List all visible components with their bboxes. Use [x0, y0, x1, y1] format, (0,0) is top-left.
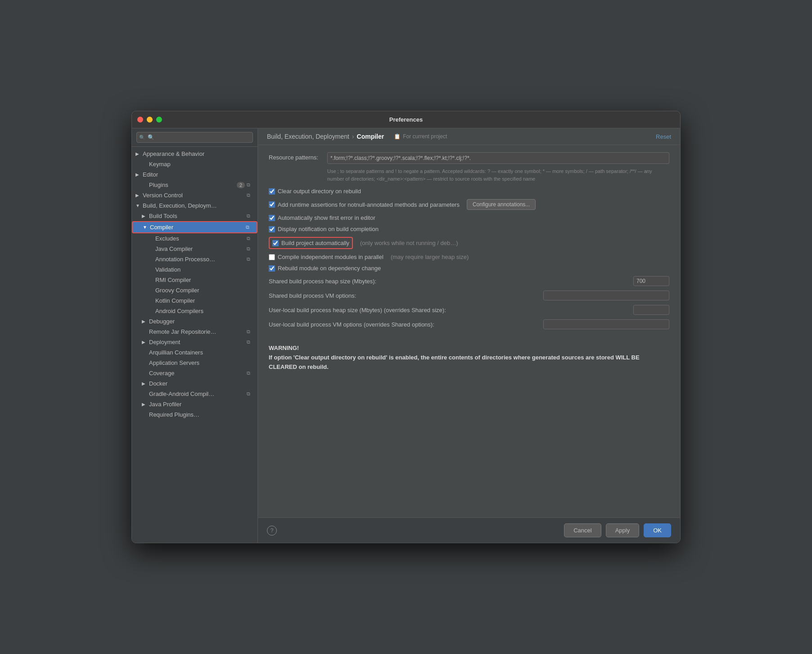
configure-annotations-button[interactable]: Configure annotations... — [467, 199, 536, 210]
sidebar-item-label: Compiler — [150, 224, 244, 231]
sidebar-item-label: Application Servers — [149, 359, 254, 366]
sidebar-item-excludes[interactable]: Excludes ⧉ — [132, 233, 257, 244]
sidebar-item-label: Arquillian Containers — [149, 349, 254, 356]
build-auto-label[interactable]: Build project automatically — [281, 240, 349, 246]
copy-icon: ⧉ — [247, 192, 254, 199]
sidebar-item-required-plugins[interactable]: Required Plugins… — [132, 409, 257, 420]
sidebar-item-docker[interactable]: ▶ Docker — [132, 378, 257, 389]
checkbox-display-notification: Display notification on build completion — [269, 226, 669, 232]
compile-parallel-checkbox[interactable] — [269, 254, 275, 260]
sidebar-item-android-compilers[interactable]: Android Compilers — [132, 306, 257, 316]
sidebar-item-label: Coverage — [149, 370, 245, 377]
sidebar-item-remote-jar[interactable]: Remote Jar Repositorie… ⧉ — [132, 327, 257, 337]
main-panel: Build, Execution, Deployment › Compiler … — [258, 128, 680, 543]
arrow-icon: ▼ — [135, 203, 142, 208]
window-title: Preferences — [389, 116, 423, 123]
sidebar-item-build-exec-deploy[interactable]: ▼ Build, Execution, Deploym… — [132, 200, 257, 211]
shared-heap-input[interactable] — [633, 276, 669, 286]
sidebar-item-deployment[interactable]: ▶ Deployment ⧉ — [132, 337, 257, 347]
maximize-button[interactable] — [156, 117, 162, 123]
sidebar-item-kotlin-compiler[interactable]: Kotlin Compiler — [132, 295, 257, 306]
sidebar-item-label: Keymap — [149, 161, 254, 168]
ok-button[interactable]: OK — [644, 523, 671, 537]
apply-button[interactable]: Apply — [606, 523, 640, 537]
show-first-error-label[interactable]: Automatically show first error in editor — [278, 214, 375, 221]
close-button[interactable] — [137, 117, 143, 123]
sidebar-item-keymap[interactable]: Keymap — [132, 159, 257, 169]
copy-icon: ⧉ — [247, 329, 254, 335]
copy-icon: ⧉ — [247, 256, 254, 263]
breadcrumb-separator: › — [352, 133, 354, 140]
build-auto-checkbox[interactable] — [272, 240, 279, 246]
sidebar-item-label: Docker — [149, 380, 254, 387]
user-vm-input[interactable] — [543, 319, 669, 329]
sidebar-item-editor[interactable]: ▶ Editor — [132, 169, 257, 180]
arrow-icon: ▶ — [142, 213, 148, 218]
cancel-button[interactable]: Cancel — [564, 523, 601, 537]
copy-icon: ⧉ — [247, 213, 254, 219]
minimize-button[interactable] — [147, 117, 153, 123]
copy-icon: ⧉ — [247, 246, 254, 252]
sidebar-item-application-servers[interactable]: Application Servers — [132, 358, 257, 368]
help-button[interactable]: ? — [267, 526, 277, 536]
sidebar-item-coverage[interactable]: Coverage ⧉ — [132, 368, 257, 378]
shared-vm-row: Shared build process VM options: — [269, 291, 669, 300]
main-content: Resource patterns: Use ; to separate pat… — [258, 145, 680, 518]
clear-output-checkbox[interactable] — [269, 188, 275, 195]
breadcrumb: Build, Execution, Deployment › Compiler … — [267, 133, 656, 140]
sidebar-item-compiler[interactable]: ▼ Compiler ⧉ — [132, 221, 257, 233]
sidebar-item-label: Groovy Compiler — [155, 287, 254, 294]
sidebar-item-label: Gradle-Android Compil… — [149, 391, 245, 397]
shared-vm-input[interactable] — [543, 291, 669, 300]
warning-body: If option 'Clear output directory on reb… — [269, 354, 640, 370]
sidebar-item-annotation-processor[interactable]: Annotation Processo… ⧉ — [132, 254, 257, 264]
search-input[interactable] — [136, 132, 253, 143]
sidebar-item-label: Java Profiler — [149, 401, 254, 408]
sidebar-item-version-control[interactable]: ▶ Version Control ⧉ — [132, 190, 257, 200]
user-heap-input[interactable] — [633, 305, 669, 315]
add-runtime-label[interactable]: Add runtime assertions for notnull-annot… — [278, 201, 460, 208]
search-wrapper — [136, 132, 253, 143]
shared-heap-label: Shared build process heap size (Mbytes): — [269, 278, 633, 285]
user-vm-label: User-local build process VM options (ove… — [269, 321, 543, 328]
sidebar-item-label: Android Compilers — [155, 308, 254, 314]
sidebar-item-java-compiler[interactable]: Java Compiler ⧉ — [132, 244, 257, 254]
rebuild-module-checkbox[interactable] — [269, 265, 275, 272]
add-runtime-checkbox[interactable] — [269, 201, 275, 208]
breadcrumb-current: Compiler — [357, 133, 384, 140]
sidebar-item-validation[interactable]: Validation — [132, 264, 257, 275]
reset-link[interactable]: Reset — [656, 133, 671, 140]
show-first-error-checkbox[interactable] — [269, 215, 275, 221]
checkbox-clear-output: Clear output directory on rebuild — [269, 188, 669, 195]
sidebar-item-label: Plugins — [149, 182, 235, 188]
traffic-lights — [137, 117, 162, 123]
sidebar-item-build-tools[interactable]: ▶ Build Tools ⧉ — [132, 211, 257, 221]
warning-text: WARNING! If option 'Clear output directo… — [269, 344, 669, 372]
rebuild-module-label[interactable]: Rebuild module on dependency change — [278, 265, 381, 272]
checkbox-show-first-error: Automatically show first error in editor — [269, 214, 669, 221]
user-vm-row: User-local build process VM options (ove… — [269, 319, 669, 329]
arrow-icon: ▶ — [142, 381, 148, 386]
sidebar-item-groovy-compiler[interactable]: Groovy Compiler — [132, 285, 257, 295]
sidebar-item-appearance-behavior[interactable]: ▶ Appearance & Behavior — [132, 149, 257, 159]
resource-patterns-input[interactable] — [327, 152, 669, 164]
sidebar-item-label: Build Tools — [149, 213, 245, 219]
sidebar-item-plugins[interactable]: Plugins 2 ⧉ — [132, 180, 257, 190]
user-heap-row: User-local build process heap size (Mbyt… — [269, 305, 669, 315]
sidebar-item-debugger[interactable]: ▶ Debugger — [132, 316, 257, 327]
display-notification-label[interactable]: Display notification on build completion — [278, 226, 379, 232]
sidebar-item-rmi-compiler[interactable]: RMI Compiler — [132, 275, 257, 285]
sidebar-item-label: RMI Compiler — [155, 277, 254, 283]
clear-output-label[interactable]: Clear output directory on rebuild — [278, 188, 361, 195]
sidebar-item-arquillian[interactable]: Arquillian Containers — [132, 347, 257, 358]
resource-patterns-row: Resource patterns: — [269, 152, 669, 164]
project-label: For current project — [403, 133, 447, 140]
sidebar-item-gradle-android[interactable]: Gradle-Android Compil… ⧉ — [132, 389, 257, 399]
checkbox-add-runtime: Add runtime assertions for notnull-annot… — [269, 201, 460, 208]
sidebar-item-label: Kotlin Compiler — [155, 297, 254, 304]
user-heap-label: User-local build process heap size (Mbyt… — [269, 307, 633, 313]
sidebar-item-java-profiler[interactable]: ▶ Java Profiler — [132, 399, 257, 409]
arrow-icon: ▶ — [142, 402, 148, 407]
display-notification-checkbox[interactable] — [269, 226, 275, 232]
compile-parallel-label[interactable]: Compile independent modules in parallel — [278, 254, 383, 260]
